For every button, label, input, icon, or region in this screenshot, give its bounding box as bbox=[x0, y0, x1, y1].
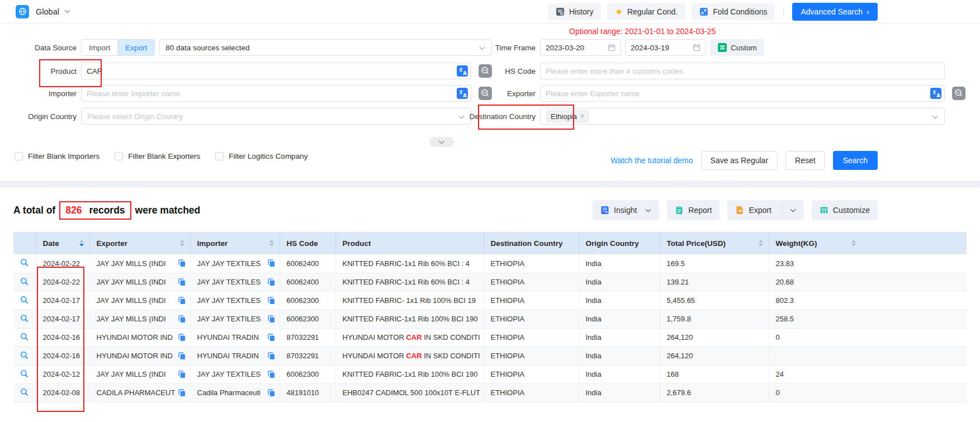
row-search-icon[interactable] bbox=[20, 277, 29, 286]
collapse-conditions-toggle[interactable] bbox=[429, 137, 454, 147]
copy-icon[interactable] bbox=[268, 334, 275, 342]
export-button[interactable]: Export bbox=[727, 200, 803, 220]
copy-icon[interactable] bbox=[268, 371, 275, 378]
cell-product: KNITTED FABRIC-1x1 Rib 100% BCI 190 bbox=[335, 365, 484, 383]
custom-range-button[interactable]: ⌘ Custom bbox=[711, 39, 764, 56]
product-input[interactable] bbox=[81, 63, 471, 79]
row-search-icon[interactable] bbox=[20, 369, 29, 378]
tutorial-link[interactable]: Watch the tutorial demo bbox=[610, 156, 693, 165]
copy-icon[interactable] bbox=[268, 259, 275, 267]
copy-icon[interactable] bbox=[268, 297, 275, 305]
cell-destination-country: ETHIOPIA bbox=[484, 347, 579, 365]
copy-icon[interactable] bbox=[178, 259, 186, 267]
copy-icon[interactable] bbox=[178, 389, 186, 397]
data-source-label: Data Source bbox=[0, 44, 77, 52]
time-frame-label: Time Frame bbox=[441, 44, 536, 52]
report-button[interactable]: Report bbox=[667, 200, 719, 220]
header-date[interactable]: Date bbox=[36, 232, 89, 254]
table-row: 2024-02-22 JAY JAY MILLS (INDI JAY JAY T… bbox=[13, 254, 967, 273]
search-button[interactable]: Search bbox=[833, 151, 878, 170]
row-search-icon[interactable] bbox=[20, 333, 29, 341]
results-table: Date Exporter Importer HS Code Product D… bbox=[13, 232, 967, 402]
cell-date: 2024-02-16 bbox=[36, 328, 89, 347]
regular-cond-button[interactable]: ★ Regular Cond. bbox=[607, 3, 685, 20]
count-annotation-box: 826 records bbox=[59, 201, 131, 220]
cell-destination-country: ETHIOPIA bbox=[484, 365, 579, 383]
cell-detail bbox=[13, 365, 36, 383]
sort-icon[interactable] bbox=[79, 240, 84, 246]
sort-icon[interactable] bbox=[759, 240, 763, 246]
chevron-down-icon[interactable] bbox=[790, 208, 796, 212]
cell-destination-country: ETHIOPIA bbox=[484, 310, 579, 328]
copy-icon[interactable] bbox=[178, 297, 186, 305]
row-search-icon[interactable] bbox=[20, 351, 29, 359]
reset-button[interactable]: Reset bbox=[785, 151, 825, 170]
cell-weight: 20.68 bbox=[769, 273, 967, 291]
insight-button[interactable]: BI Insight bbox=[593, 200, 659, 220]
row-search-icon[interactable] bbox=[20, 258, 29, 267]
date-to-input[interactable]: 2024-03-19 bbox=[625, 39, 706, 56]
hs-code-input[interactable] bbox=[540, 63, 945, 79]
header-exporter[interactable]: Exporter bbox=[89, 232, 190, 254]
cell-importer: JAY JAY TEXTILES bbox=[190, 254, 280, 273]
save-as-regular-button[interactable]: Save as Regular bbox=[701, 151, 778, 170]
region-selector[interactable]: Global bbox=[36, 7, 70, 16]
tab-import[interactable]: Import bbox=[82, 40, 117, 55]
table-row: 2024-02-16 HYUNDAI MOTOR IND HYUNDAI TRA… bbox=[13, 328, 967, 347]
exporter-input[interactable] bbox=[540, 85, 945, 102]
table-row: 2024-02-17 JAY JAY MILLS (INDI JAY JAY T… bbox=[13, 291, 967, 310]
cell-importer: HYUNDAI TRADIN bbox=[190, 328, 280, 347]
region-label: Global bbox=[36, 7, 59, 16]
checkbox-icon[interactable] bbox=[115, 152, 123, 160]
header-destination-country: Destination Country bbox=[484, 232, 579, 254]
sort-icon[interactable] bbox=[180, 240, 184, 246]
customize-button[interactable]: Customize bbox=[812, 200, 878, 220]
cell-hs-code: 60062400 bbox=[280, 273, 335, 291]
row-search-icon[interactable] bbox=[20, 314, 29, 323]
copy-icon[interactable] bbox=[178, 334, 186, 342]
header-total-price[interactable]: Total Price(USD) bbox=[660, 232, 769, 254]
cell-importer: Cadila Pharmaceuti bbox=[190, 383, 280, 402]
copy-icon[interactable] bbox=[178, 371, 186, 378]
copy-icon[interactable] bbox=[268, 389, 275, 397]
history-button[interactable]: History bbox=[548, 3, 602, 20]
destination-country-select[interactable]: Ethiopia × bbox=[540, 108, 945, 125]
header-importer[interactable]: Importer bbox=[190, 232, 280, 254]
filter-blank-exporters[interactable]: Filter Blank Exporters bbox=[115, 152, 200, 160]
checkbox-icon[interactable] bbox=[215, 152, 224, 160]
copy-icon[interactable] bbox=[178, 352, 186, 360]
app-logo[interactable] bbox=[16, 5, 29, 18]
copy-icon[interactable] bbox=[178, 278, 186, 286]
sort-icon[interactable] bbox=[851, 240, 856, 246]
origin-country-select[interactable]: Please select Origin Country bbox=[81, 108, 471, 125]
cell-total-price: 1,759.8 bbox=[660, 310, 769, 328]
advanced-search-button[interactable]: Advanced Search › bbox=[792, 3, 878, 21]
checkbox-icon[interactable] bbox=[15, 152, 23, 160]
results-header: A total of 826 records were matched BI I… bbox=[13, 199, 967, 221]
copy-icon[interactable] bbox=[268, 278, 275, 286]
exporter-label: Exporter bbox=[441, 89, 536, 98]
translate-icon[interactable]: A bbox=[930, 88, 941, 99]
filter-blank-importers[interactable]: Filter Blank Importers bbox=[15, 152, 100, 160]
filter-logitics-company[interactable]: Filter Logitics Company bbox=[215, 152, 307, 160]
row-search-icon[interactable] bbox=[20, 388, 29, 396]
cell-date: 2024-02-22 bbox=[36, 273, 89, 291]
calendar-icon bbox=[693, 44, 700, 51]
sort-icon[interactable] bbox=[269, 240, 274, 246]
copy-icon[interactable] bbox=[178, 315, 186, 323]
exclude-search-icon[interactable] bbox=[952, 87, 965, 100]
cell-importer: JAY JAY TEXTILES bbox=[190, 273, 280, 291]
fold-conditions-button[interactable]: Fold Conditions bbox=[692, 3, 775, 20]
importer-input[interactable] bbox=[81, 85, 471, 102]
cell-date: 2024-02-17 bbox=[36, 310, 89, 328]
copy-icon[interactable] bbox=[268, 352, 275, 360]
chevron-right-icon: › bbox=[867, 7, 869, 16]
row-search-icon[interactable] bbox=[20, 296, 29, 304]
tab-export[interactable]: Export bbox=[117, 40, 154, 55]
copy-icon[interactable] bbox=[268, 315, 275, 323]
importer-label: Importer bbox=[0, 89, 77, 98]
date-from-input[interactable]: 2023-03-20 bbox=[540, 39, 621, 56]
topbar-divider bbox=[783, 6, 784, 17]
remove-tag-icon[interactable]: × bbox=[580, 113, 584, 120]
header-weight[interactable]: Weight(KG) bbox=[769, 232, 967, 254]
